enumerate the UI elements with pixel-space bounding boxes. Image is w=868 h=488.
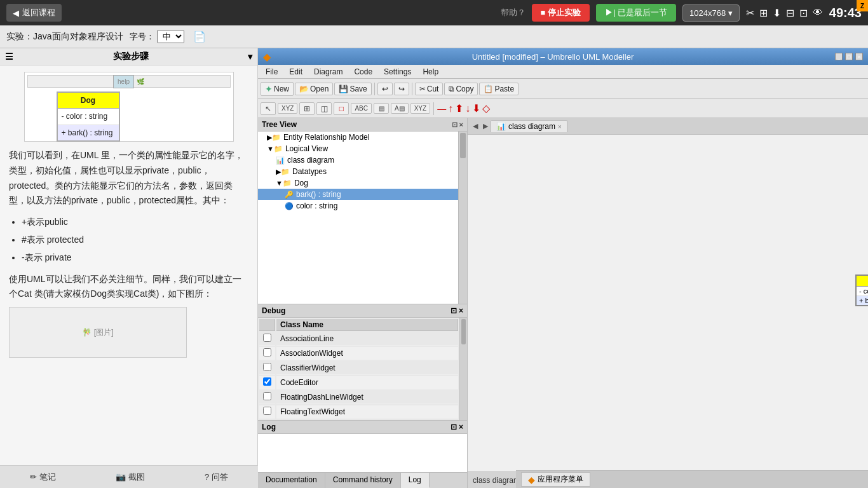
tree-item-class-diagram[interactable]: 📊 class diagram [258, 154, 458, 166]
down-arrow1[interactable]: ↓ [465, 103, 470, 114]
zi-hao-select[interactable]: 小 中 大 [157, 30, 184, 43]
back-icon: ◀ [13, 8, 19, 18]
tree-close-icon[interactable]: × [459, 121, 463, 129]
debug-scrollbar[interactable] [459, 318, 467, 420]
download-icon[interactable]: ⬇ [773, 7, 781, 19]
redo-icon: ↪ [398, 85, 405, 93]
menu-code[interactable]: Code [349, 66, 377, 78]
uml-app-icon: ◆ [263, 51, 271, 63]
log-tab-command-history[interactable]: Command history [325, 473, 401, 488]
tree-item-bark[interactable]: 🔑 bark() : string [258, 189, 458, 200]
uml-body: Tree View ⊡ × ▶📁 Entity Relationship Mod… [258, 118, 868, 488]
back-button[interactable]: ◀ 返回课程 [6, 4, 62, 22]
diagram-tabs: ◀ ▶ 📊 class diagram × [468, 118, 868, 135]
uml-minimize-btn[interactable]: _ [835, 53, 843, 60]
debug-checkbox[interactable] [263, 348, 271, 356]
debug-float-icon[interactable]: ⊡ [451, 306, 457, 315]
uml-title-bar: ◆ Untitled [modified] – Umbrello UML Mod… [258, 48, 868, 65]
debug-row[interactable]: AssociationLine [259, 332, 458, 346]
question-button[interactable]: ? 问答 [205, 471, 228, 483]
cut-button[interactable]: ✂ Cut [415, 83, 444, 95]
interface-tool[interactable]: ◫ [316, 102, 332, 115]
tree-item-erm[interactable]: ▶📁 Entity Relationship Model [258, 132, 458, 143]
copy-label: Copy [456, 85, 473, 93]
diagram-fwd-btn[interactable]: ▶ [480, 121, 491, 132]
log-float-icon[interactable]: ⊡ [451, 423, 457, 431]
menu-diagram[interactable]: Diagram [309, 66, 348, 78]
diagram-back-btn[interactable]: ◀ [470, 121, 480, 132]
tree-item-datatypes[interactable]: ▶📁 Datatypes [258, 166, 458, 177]
new-button[interactable]: ✦ New [261, 82, 294, 96]
uml-close-btn[interactable]: × [855, 53, 863, 60]
save-button[interactable]: 💾 Save [334, 83, 371, 95]
paste-button[interactable]: 📋 Paste [479, 83, 519, 95]
redo-button[interactable]: ↪ [394, 83, 409, 95]
diamond-arrow[interactable]: ◇ [482, 102, 490, 114]
copy-button[interactable]: ⧉ Copy [444, 83, 478, 95]
stop-button[interactable]: ■ 停止实验 [532, 4, 590, 22]
menu-help[interactable]: Help [417, 66, 444, 78]
debug-row[interactable]: CodeEditor [259, 376, 458, 390]
preview-help-btn[interactable]: help [113, 75, 134, 88]
cursor-tool[interactable]: ↖ [261, 102, 276, 115]
tree-item-dog[interactable]: ▼📁 Dog [258, 177, 458, 189]
external-link-icon[interactable]: ⊡ [799, 7, 808, 19]
undo-button[interactable]: ↩ [377, 83, 393, 95]
entity-tool[interactable]: ⊞ [299, 102, 315, 115]
tree-item-logical-view[interactable]: ▼📁 Logical View [258, 143, 458, 154]
abc-tool[interactable]: XYZ [278, 103, 297, 114]
image-placeholder: 🎋 [图片] [9, 307, 187, 358]
help-label[interactable]: 帮助？ [501, 7, 526, 18]
debug-close-icon[interactable]: × [459, 306, 463, 315]
copy-screen-icon[interactable]: ⊞ [759, 7, 768, 19]
xyz2-tool[interactable]: XYZ [410, 103, 430, 114]
text-tool[interactable]: ABC [351, 103, 372, 114]
tree-scrollbar[interactable] [458, 132, 467, 304]
debug-class-name: ClassifierWidget [276, 362, 458, 375]
debug-checkbox[interactable] [263, 363, 271, 371]
debug-row[interactable]: ClassifierWidget [259, 362, 458, 375]
log-close-icon[interactable]: × [459, 423, 463, 431]
debug-header: Debug ⊡ × [258, 304, 467, 318]
last-section-button[interactable]: ▶| 已是最后一节 [596, 4, 676, 22]
eye-icon[interactable]: 👁 [813, 7, 823, 18]
debug-row[interactable]: AssociationWidget [259, 347, 458, 360]
debug-row[interactable]: FloatingTextWidget [259, 405, 458, 419]
debug-checkbox[interactable] [263, 407, 271, 415]
note-tool[interactable]: ▤ [374, 103, 389, 114]
tree-float-icon[interactable]: ⊡ [452, 121, 458, 129]
diagram-tab-close[interactable]: × [558, 123, 562, 130]
open-button[interactable]: 📂 Open [295, 83, 333, 95]
up-arrow1[interactable]: ↑ [448, 103, 453, 114]
log-tab-documentation[interactable]: Documentation [258, 473, 325, 488]
uml-restore-btn[interactable]: □ [845, 53, 853, 60]
tree-view-title: Tree View [262, 120, 297, 129]
bullet-item: -表示 private [22, 250, 248, 266]
note-button[interactable]: ✏ 笔记 [30, 471, 56, 483]
menu-settings[interactable]: Settings [379, 66, 416, 78]
scissors-icon[interactable]: ✂ [746, 7, 754, 19]
down-arrow2[interactable]: ⬇ [472, 102, 480, 114]
zi-hao-label: 字号： [130, 31, 154, 43]
log-tab-log[interactable]: Log [401, 473, 430, 488]
debug-checkbox[interactable] [263, 377, 271, 386]
debug-checkbox[interactable] [263, 334, 271, 342]
app-bar-item[interactable]: ◆ 应用程序菜单 [521, 472, 590, 487]
screenshot-button[interactable]: 📷 截图 [116, 471, 145, 483]
resolution-button[interactable]: 1024x768 ▾ [682, 4, 740, 22]
method-icon: 🔑 [285, 191, 294, 199]
label-tool[interactable]: A▤ [391, 103, 409, 114]
debug-row[interactable]: FloatingDashLineWidget [259, 391, 458, 404]
rect-tool[interactable]: □ [334, 102, 349, 115]
layout-icon[interactable]: ⊟ [786, 7, 794, 19]
up-arrow2[interactable]: ⬆ [455, 102, 463, 114]
doc-icon[interactable]: 📄 [193, 30, 206, 43]
diagram-tab-class[interactable]: 📊 class diagram × [491, 120, 567, 132]
menu-file[interactable]: File [261, 66, 283, 78]
tree-item-color[interactable]: 🔵 color : string [258, 200, 458, 212]
canvas-dog-class[interactable]: Dog - color : string + bark() : string [855, 274, 868, 306]
menu-edit[interactable]: Edit [284, 66, 308, 78]
folder-icon: ▶📁 [267, 133, 281, 142]
steps-dropdown-icon[interactable]: ▾ [248, 51, 252, 62]
debug-checkbox[interactable] [263, 392, 271, 400]
